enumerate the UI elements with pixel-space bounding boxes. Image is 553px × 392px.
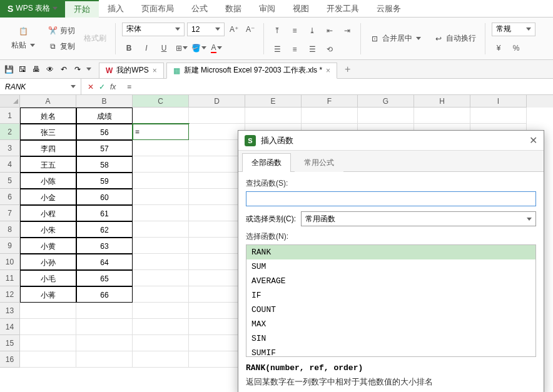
column-header[interactable]: F: [302, 95, 358, 108]
merge-center-button[interactable]: ⊡合并居中: [367, 32, 424, 45]
cell[interactable]: [189, 173, 245, 189]
cell[interactable]: [189, 254, 245, 270]
row-header[interactable]: 11: [0, 270, 20, 286]
currency-button[interactable]: ¥: [492, 41, 505, 55]
row-header[interactable]: 12: [0, 286, 20, 303]
cell[interactable]: [133, 335, 189, 351]
row-header[interactable]: 4: [0, 156, 20, 173]
cell[interactable]: 成绩: [76, 108, 133, 124]
cell[interactable]: [245, 108, 302, 124]
cell[interactable]: [133, 303, 189, 319]
cell[interactable]: [189, 221, 245, 238]
cell[interactable]: 62: [76, 221, 133, 238]
cell[interactable]: 李四: [20, 140, 76, 156]
menu-tab-5[interactable]: 审阅: [250, 0, 284, 18]
column-header[interactable]: H: [414, 95, 470, 108]
column-header[interactable]: I: [470, 95, 527, 108]
cell[interactable]: 小金: [20, 189, 76, 205]
cell[interactable]: 58: [76, 156, 133, 173]
fx-icon[interactable]: fx: [110, 83, 116, 91]
cell[interactable]: [133, 140, 189, 156]
cell[interactable]: [133, 156, 189, 173]
cell[interactable]: 63: [76, 238, 133, 254]
function-list-item[interactable]: SUM: [246, 259, 535, 274]
menu-tab-4[interactable]: 数据: [216, 0, 250, 18]
cell[interactable]: [20, 319, 76, 335]
cell[interactable]: [189, 205, 245, 221]
row-header[interactable]: 2: [0, 124, 20, 140]
column-header[interactable]: D: [189, 95, 245, 108]
function-list-item[interactable]: SIN: [246, 331, 535, 346]
menu-tab-3[interactable]: 公式: [183, 0, 216, 18]
row-header[interactable]: 14: [0, 319, 20, 335]
cell[interactable]: 小程: [20, 205, 76, 221]
select-all-corner[interactable]: [0, 95, 20, 108]
cell[interactable]: [189, 303, 245, 319]
percent-button[interactable]: %: [509, 41, 523, 55]
print-icon[interactable]: 🖶: [31, 64, 41, 74]
align-center-button[interactable]: ≡: [288, 43, 302, 56]
cell[interactable]: [76, 335, 133, 351]
cell[interactable]: [133, 270, 189, 286]
align-right-button[interactable]: ☰: [305, 43, 319, 56]
column-header[interactable]: G: [358, 95, 414, 108]
wrap-text-button[interactable]: ↩自动换行: [431, 32, 479, 45]
cell[interactable]: 64: [76, 254, 133, 270]
function-list-item[interactable]: COUNT: [246, 303, 535, 317]
menu-tab-2[interactable]: 页面布局: [133, 0, 183, 18]
orientation-button[interactable]: ⟲: [323, 43, 337, 56]
cell[interactable]: 61: [76, 205, 133, 221]
cell[interactable]: 姓名: [20, 108, 76, 124]
copy-button[interactable]: ⧉复制: [45, 40, 78, 53]
function-list-item[interactable]: IF: [246, 288, 535, 303]
cell[interactable]: 王五: [20, 156, 76, 173]
cell[interactable]: [189, 156, 245, 173]
row-header[interactable]: 13: [0, 303, 20, 319]
menu-tab-8[interactable]: 云服务: [368, 0, 410, 18]
font-size-select[interactable]: 12: [187, 23, 225, 36]
cell[interactable]: [189, 319, 245, 335]
cell[interactable]: 60: [76, 189, 133, 205]
redo-icon[interactable]: ↷: [73, 64, 83, 74]
function-list-item[interactable]: AVERAGE: [246, 274, 535, 288]
name-box[interactable]: RANK: [0, 79, 81, 95]
font-color-button[interactable]: A: [210, 41, 223, 55]
decrease-font-button[interactable]: A⁻: [243, 23, 257, 36]
menu-tab-7[interactable]: 开发工具: [318, 0, 368, 18]
function-list-item[interactable]: MAX: [246, 317, 535, 331]
cell[interactable]: [133, 238, 189, 254]
cell[interactable]: [133, 351, 189, 368]
close-icon[interactable]: ✕: [529, 134, 537, 146]
chevron-down-icon[interactable]: [86, 68, 91, 71]
category-select[interactable]: 常用函数: [301, 211, 536, 226]
cell[interactable]: [133, 254, 189, 270]
fill-color-button[interactable]: 🪣: [192, 41, 206, 55]
cell[interactable]: [133, 205, 189, 221]
close-icon[interactable]: ×: [153, 66, 157, 75]
menu-tab-1[interactable]: 插入: [99, 0, 133, 18]
row-header[interactable]: 8: [0, 221, 20, 238]
cell[interactable]: 小毛: [20, 270, 76, 286]
increase-font-button[interactable]: A⁺: [227, 23, 241, 36]
align-left-button[interactable]: ☰: [270, 43, 284, 56]
align-top-button[interactable]: ⤒: [270, 24, 284, 38]
cell[interactable]: [20, 335, 76, 351]
search-function-input[interactable]: [246, 191, 536, 206]
paste-label[interactable]: 粘贴: [9, 39, 38, 52]
italic-button[interactable]: I: [140, 41, 153, 55]
cell[interactable]: 小黄: [20, 238, 76, 254]
doctab-workbook[interactable]: ▦ 新建 Microsoft Excel 97-2003 工作表.xls * ×: [166, 63, 337, 79]
cut-button[interactable]: ✂️剪切: [45, 24, 78, 38]
cell[interactable]: [133, 319, 189, 335]
row-header[interactable]: 10: [0, 254, 20, 270]
cell[interactable]: [189, 108, 245, 124]
cell[interactable]: [133, 108, 189, 124]
underline-button[interactable]: U: [157, 41, 171, 55]
cell[interactable]: 小孙: [20, 254, 76, 270]
cancel-formula-icon[interactable]: ✕: [88, 83, 94, 91]
column-header[interactable]: A: [20, 95, 76, 108]
add-tab-button[interactable]: +: [340, 64, 355, 75]
cell[interactable]: [133, 189, 189, 205]
cell[interactable]: [189, 270, 245, 286]
function-list-item[interactable]: SUMIF: [246, 346, 535, 357]
